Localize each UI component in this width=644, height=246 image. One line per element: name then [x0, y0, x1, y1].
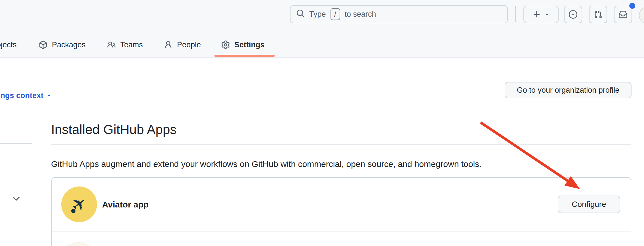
next-app-avatar-partial	[61, 242, 96, 246]
github-org-settings-page: Type / to search	[0, 0, 644, 246]
issue-opened-icon	[569, 10, 577, 19]
git-pull-request-icon	[594, 10, 602, 19]
airplane-logo-icon: ✈	[68, 193, 90, 216]
tab-projects-clipped[interactable]: ojects	[0, 40, 17, 50]
inbox-icon	[619, 10, 627, 19]
gear-icon	[221, 41, 230, 49]
create-new-button[interactable]	[523, 6, 559, 23]
tab-label: Packages	[52, 40, 86, 50]
issues-button[interactable]	[564, 6, 582, 23]
triangle-down-icon	[544, 12, 550, 17]
search-placeholder-suffix: to search	[345, 10, 376, 19]
active-tab-underline	[214, 55, 275, 57]
aviator-app-avatar: ✈	[61, 186, 97, 222]
header-divider	[515, 6, 516, 22]
plus-icon	[533, 10, 541, 19]
notification-dot	[629, 3, 635, 9]
tab-packages[interactable]: Packages	[39, 40, 86, 50]
heading-divider	[51, 144, 631, 145]
person-icon	[164, 41, 172, 49]
installed-apps-list: ✈ Aviator app Configure	[51, 177, 631, 246]
slash-key-icon: /	[331, 8, 340, 20]
configure-button[interactable]: Configure	[558, 196, 620, 213]
tab-label: Settings	[234, 40, 265, 50]
page-description: GitHub Apps augment and extend your work…	[51, 159, 481, 169]
pull-requests-button[interactable]	[589, 6, 607, 23]
tab-people[interactable]: People	[164, 40, 201, 50]
user-avatar[interactable]	[639, 7, 644, 24]
settings-context-switcher[interactable]: ings context	[0, 91, 51, 100]
sidebar-divider	[0, 143, 32, 144]
search-icon	[296, 9, 305, 20]
people-icon	[107, 41, 116, 49]
search-placeholder-prefix: Type	[309, 10, 326, 19]
app-name: Aviator app	[102, 178, 149, 232]
search-input[interactable]: Type / to search	[290, 5, 508, 23]
tab-settings[interactable]: Settings	[221, 40, 265, 50]
context-label: ings context	[0, 91, 43, 100]
list-row-divider	[52, 232, 631, 232]
tab-teams[interactable]: Teams	[107, 40, 143, 50]
tab-label: People	[177, 40, 201, 50]
tab-label: ojects	[0, 40, 17, 50]
notifications-inbox-button[interactable]	[614, 6, 632, 23]
package-icon	[39, 41, 47, 49]
page-title: Installed GitHub Apps	[51, 122, 176, 137]
caret-down-icon	[46, 91, 51, 100]
tab-label: Teams	[120, 40, 143, 50]
logo-dot	[71, 209, 75, 213]
global-header: Type / to search	[0, 0, 644, 58]
go-to-org-profile-button[interactable]: Go to your organization profile	[505, 82, 632, 98]
chevron-down-icon[interactable]	[10, 193, 22, 206]
